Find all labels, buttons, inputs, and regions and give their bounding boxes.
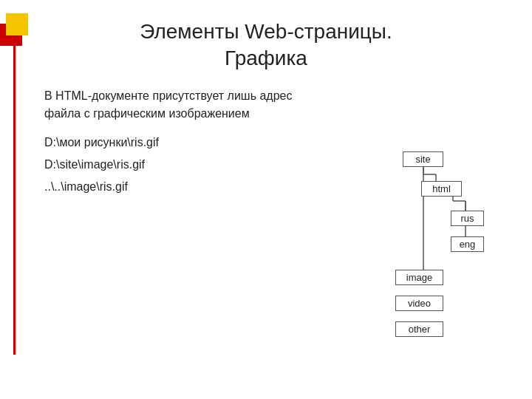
title-line2: Графика [225,47,307,69]
node-video: video [395,296,443,311]
body-text: В HTML-документе присутствует лишь адрес… [44,87,325,123]
node-eng: eng [451,236,484,252]
decorative-squares [0,7,44,52]
tree-diagram: site html rus eng image video [347,148,510,377]
node-html: html [421,181,462,197]
slide-title: Элементы Web-страницы. Графика [30,15,502,72]
title-line1: Элементы Web-страницы. [140,20,392,43]
red-vertical-line [13,44,16,355]
path2-text: D:\site\image\ris.gif [44,158,145,171]
node-site: site [403,151,443,167]
node-rus: rus [451,211,484,226]
node-image: image [395,270,443,285]
path1-text: D:\мои рисунки\ris.gif [44,136,159,149]
node-other: other [395,321,443,337]
yellow-square [6,13,28,35]
tree: site html rus eng image video [347,148,510,377]
path3-text: ..\..\image\ris.gif [44,180,128,194]
slide: Элементы Web-страницы. Графика В HTML-до… [0,0,532,399]
